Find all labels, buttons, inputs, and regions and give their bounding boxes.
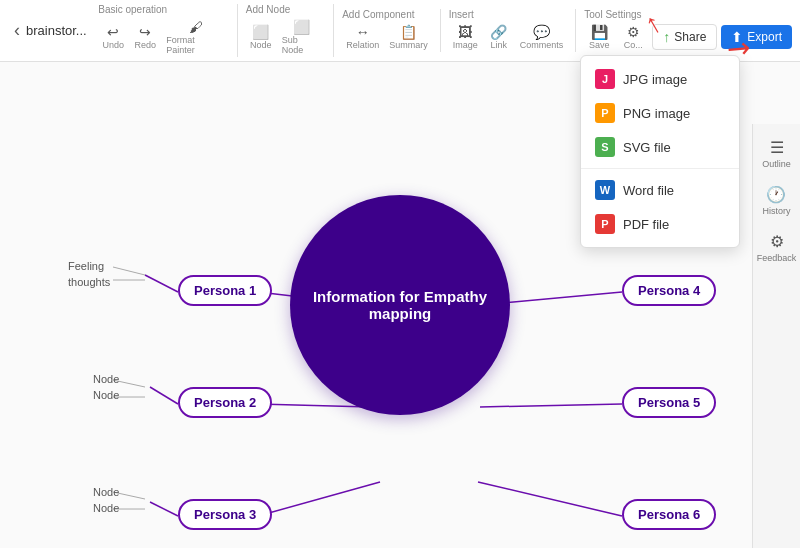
comments-icon: 💬 <box>533 24 550 40</box>
toolbar: ‹ brainstor... Basic operation ↩ Undo ↪ … <box>0 0 800 62</box>
node-label: Node <box>250 40 272 50</box>
node-persona4[interactable]: Persona 4 <box>622 275 716 306</box>
svg-label: SVG file <box>623 140 671 155</box>
link-label: Link <box>491 40 508 50</box>
undo-button[interactable]: ↩ Undo <box>98 22 128 52</box>
node-persona2[interactable]: Persona 2 <box>178 387 272 418</box>
svg-line-4 <box>150 502 178 516</box>
basic-operation-label: Basic operation <box>98 4 167 15</box>
sidebar-history-button[interactable]: 🕐 History <box>758 181 794 220</box>
comments-button[interactable]: 💬 Comments <box>516 22 568 52</box>
sidebar-outline-button[interactable]: ☰ Outline <box>758 134 795 173</box>
undo-icon: ↩ <box>107 24 119 40</box>
node-persona3[interactable]: Persona 3 <box>178 499 272 530</box>
summary-icon: 📋 <box>400 24 417 40</box>
add-component-label: Add Component <box>342 9 414 20</box>
export-word-item[interactable]: W Word file <box>581 173 739 207</box>
node-icon: ⬜ <box>252 24 269 40</box>
save-icon: 💾 <box>591 24 608 40</box>
center-node[interactable]: Information for Empathy mapping <box>290 195 510 415</box>
small-node-node3: Node <box>93 486 119 498</box>
redo-button[interactable]: ↪ Redo <box>130 22 160 52</box>
export-jpg-item[interactable]: J JPG image <box>581 62 739 96</box>
history-icon: 🕐 <box>766 185 786 204</box>
pdf-icon: P <box>595 214 615 234</box>
outline-icon: ☰ <box>770 138 784 157</box>
save-button[interactable]: 💾 Save <box>584 22 614 52</box>
svg-line-7 <box>480 404 622 407</box>
image-label: Image <box>453 40 478 50</box>
add-node-label: Add Node <box>246 4 290 15</box>
node-button[interactable]: ⬜ Node <box>246 22 276 52</box>
tool-settings-buttons: 💾 Save ⚙ Co... ↑ Share ⬆ Export <box>584 22 792 52</box>
word-icon: W <box>595 180 615 200</box>
redo-label: Redo <box>134 40 156 50</box>
tool-settings-group: Tool Settings 💾 Save ⚙ Co... ↑ Share ⬆ E… <box>584 9 792 52</box>
right-sidebar: ☰ Outline 🕐 History ⚙ Feedback <box>752 124 800 548</box>
collaborate-icon: ⚙ <box>627 24 640 40</box>
link-icon: 🔗 <box>490 24 507 40</box>
export-png-item[interactable]: P PNG image <box>581 96 739 130</box>
jpg-label: JPG image <box>623 72 687 87</box>
format-painter-button[interactable]: 🖌 Format Painter <box>162 17 229 57</box>
add-node-buttons: ⬜ Node ⬜ Sub Node <box>246 17 325 57</box>
tool-settings-label: Tool Settings <box>584 9 792 20</box>
jpg-icon: J <box>595 69 615 89</box>
sub-node-button[interactable]: ⬜ Sub Node <box>278 17 325 57</box>
pdf-label: PDF file <box>623 217 669 232</box>
png-icon: P <box>595 103 615 123</box>
add-component-buttons: ↔ Relation 📋 Summary <box>342 22 432 52</box>
share-label: Share <box>674 30 706 44</box>
link-button[interactable]: 🔗 Link <box>484 22 514 52</box>
dropdown-separator <box>581 168 739 169</box>
undo-label: Undo <box>102 40 124 50</box>
sub-node-icon: ⬜ <box>293 19 310 35</box>
node-persona6[interactable]: Persona 6 <box>622 499 716 530</box>
collaborate-label: Co... <box>624 40 643 50</box>
svg-line-5 <box>258 482 380 516</box>
history-label: History <box>762 206 790 216</box>
outline-label: Outline <box>762 159 791 169</box>
image-icon: 🖼 <box>458 24 472 40</box>
basic-operation-buttons: ↩ Undo ↪ Redo 🖌 Format Painter <box>98 17 229 57</box>
center-node-text: Information for Empathy mapping <box>310 288 490 322</box>
export-svg-item[interactable]: S SVG file <box>581 130 739 164</box>
export-pdf-item[interactable]: P PDF file <box>581 207 739 241</box>
comments-label: Comments <box>520 40 564 50</box>
collaborate-button[interactable]: ⚙ Co... <box>618 22 648 52</box>
app-title: brainstor... <box>26 23 86 38</box>
svg-line-2 <box>150 387 178 404</box>
small-node-feeling: Feeling <box>68 260 104 272</box>
node-persona1[interactable]: Persona 1 <box>178 275 272 306</box>
feedback-label: Feedback <box>757 253 797 263</box>
small-node-thoughts: thoughts <box>68 276 110 288</box>
add-node-group: Add Node ⬜ Node ⬜ Sub Node <box>246 4 334 57</box>
svg-line-8 <box>478 482 622 516</box>
png-label: PNG image <box>623 106 690 121</box>
node-persona5[interactable]: Persona 5 <box>622 387 716 418</box>
sidebar-feedback-button[interactable]: ⚙ Feedback <box>753 228 800 267</box>
feedback-icon: ⚙ <box>770 232 784 251</box>
relation-button[interactable]: ↔ Relation <box>342 22 383 52</box>
back-button[interactable]: ‹ <box>8 20 26 41</box>
small-node-node4: Node <box>93 502 119 514</box>
summary-button[interactable]: 📋 Summary <box>385 22 432 52</box>
save-label: Save <box>589 40 610 50</box>
insert-group: Insert 🖼 Image 🔗 Link 💬 Comments <box>449 9 577 52</box>
image-button[interactable]: 🖼 Image <box>449 22 482 52</box>
small-node-node1: Node <box>93 373 119 385</box>
add-component-group: Add Component ↔ Relation 📋 Summary <box>342 9 441 52</box>
insert-label: Insert <box>449 9 474 20</box>
svg-icon: S <box>595 137 615 157</box>
svg-line-9 <box>113 267 145 275</box>
relation-icon: ↔ <box>356 24 370 40</box>
small-node-node2: Node <box>93 389 119 401</box>
insert-buttons: 🖼 Image 🔗 Link 💬 Comments <box>449 22 568 52</box>
redo-icon: ↪ <box>139 24 151 40</box>
svg-line-0 <box>145 275 178 292</box>
sub-node-label: Sub Node <box>282 35 321 55</box>
format-painter-icon: 🖌 <box>189 19 203 35</box>
format-painter-label: Format Painter <box>166 35 225 55</box>
word-label: Word file <box>623 183 674 198</box>
summary-label: Summary <box>389 40 428 50</box>
